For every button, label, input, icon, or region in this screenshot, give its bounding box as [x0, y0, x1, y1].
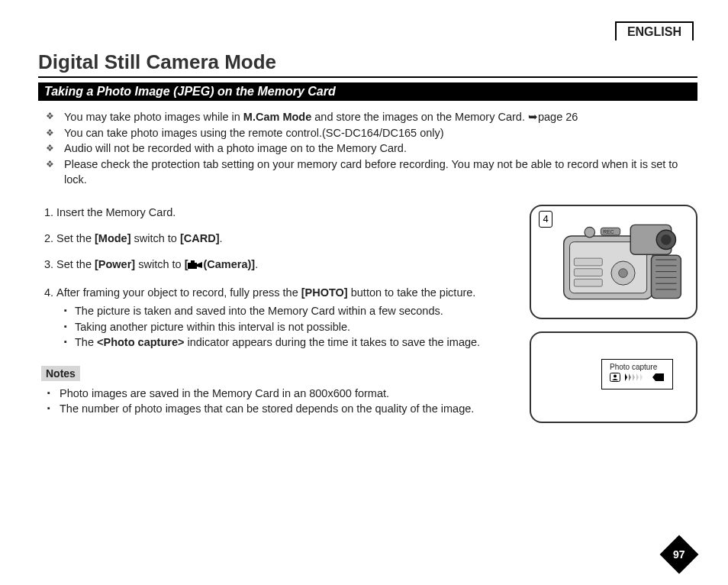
intro-item: Audio will not be recorded with a photo …	[53, 141, 697, 157]
text: Set the	[56, 232, 95, 244]
portrait-icon	[610, 373, 620, 384]
text: .	[220, 232, 223, 244]
svg-text:REC: REC	[603, 229, 614, 234]
text-bold: M.Cam Mode	[243, 111, 311, 123]
text: button to take the picture.	[348, 286, 476, 299]
intro-item: Please check the protection tab setting …	[53, 157, 697, 188]
camera-illustration: REC	[531, 206, 696, 318]
text: You may take photo images while in	[64, 111, 243, 123]
svg-point-24	[614, 374, 617, 377]
svg-rect-1	[191, 260, 195, 263]
intro-item: You may take photo images while in M.Cam…	[53, 108, 697, 125]
card-icon	[652, 373, 665, 384]
progress-icon	[625, 373, 648, 384]
figure-camera: 4 REC	[530, 205, 697, 319]
intro-list: You may take photo images while in M.Cam…	[38, 108, 697, 188]
svg-rect-18	[574, 258, 602, 266]
svg-marker-27	[633, 373, 635, 381]
svg-rect-20	[574, 279, 602, 286]
intro-item: You can take photo images using the remo…	[53, 125, 697, 141]
text-bold: [Mode]	[95, 232, 131, 244]
sub-item: The picture is taken and saved into the …	[67, 303, 513, 319]
text: Set the	[56, 258, 95, 270]
sub-item: The <Photo capture> indicator appears du…	[67, 335, 513, 351]
title-rule	[38, 76, 697, 78]
page-title: Digital Still Camera Mode	[38, 50, 697, 75]
photo-capture-indicator: Photo capture	[601, 359, 673, 389]
text-bold: (Camera)]	[203, 258, 255, 270]
text: and store the images on the Memory Card.	[311, 111, 528, 123]
capture-icons	[610, 373, 665, 384]
capture-label: Photo capture	[610, 363, 665, 371]
sub-item: Taking another picture within this inter…	[67, 319, 513, 335]
text-bold: [CARD]	[180, 232, 220, 244]
svg-marker-2	[197, 262, 202, 268]
page-number-badge: 97	[660, 535, 699, 574]
page-ref-arrow-icon: ➥	[528, 110, 538, 123]
svg-point-15	[584, 227, 594, 238]
text: .	[255, 258, 258, 270]
text: switch to	[135, 258, 184, 270]
svg-rect-8	[651, 255, 681, 298]
svg-point-22	[618, 269, 627, 278]
step-item: After framing your object to record, ful…	[56, 285, 513, 351]
step-item: Set the [Mode] switch to [CARD].	[56, 231, 513, 246]
main-row: Insert the Memory Card. Set the [Mode] s…	[38, 205, 697, 423]
text: After framing your object to record, ful…	[56, 286, 301, 299]
instructions-column: Insert the Memory Card. Set the [Mode] s…	[38, 205, 513, 423]
figure-screen: Photo capture	[530, 331, 697, 423]
step-item: Insert the Memory Card.	[56, 205, 513, 220]
notes-label: Notes	[41, 366, 80, 381]
step-item: Set the [Power] switch to [(Camera)].	[56, 257, 513, 273]
notes-list: Photo images are saved in the Memory Car…	[38, 386, 513, 417]
text: The	[75, 336, 97, 348]
svg-marker-28	[636, 373, 639, 381]
note-item: The number of photo images that can be s…	[44, 401, 513, 417]
page-ref: page 26	[538, 111, 578, 123]
text-bold: [PHOTO]	[301, 286, 348, 299]
svg-marker-25	[625, 373, 627, 381]
svg-marker-26	[629, 373, 631, 381]
language-tab: ENGLISH	[615, 21, 694, 40]
page-number: 97	[673, 548, 685, 561]
figures-column: 4 REC	[530, 205, 697, 423]
text-bold: <Photo capture>	[97, 336, 184, 348]
section-heading: Taking a Photo Image (JPEG) on the Memor…	[38, 82, 697, 101]
steps-list: Insert the Memory Card. Set the [Mode] s…	[38, 205, 513, 351]
svg-point-7	[661, 234, 672, 245]
svg-marker-29	[640, 373, 643, 381]
text: switch to	[131, 232, 180, 244]
svg-rect-19	[574, 269, 602, 276]
sub-list: The picture is taken and saved into the …	[56, 303, 513, 351]
svg-rect-0	[188, 263, 197, 269]
note-item: Photo images are saved in the Memory Car…	[44, 386, 513, 402]
svg-marker-30	[652, 373, 664, 381]
camera-icon	[188, 258, 203, 273]
text: indicator appears during the time it tak…	[184, 336, 480, 348]
text-bold: [Power]	[95, 258, 135, 270]
